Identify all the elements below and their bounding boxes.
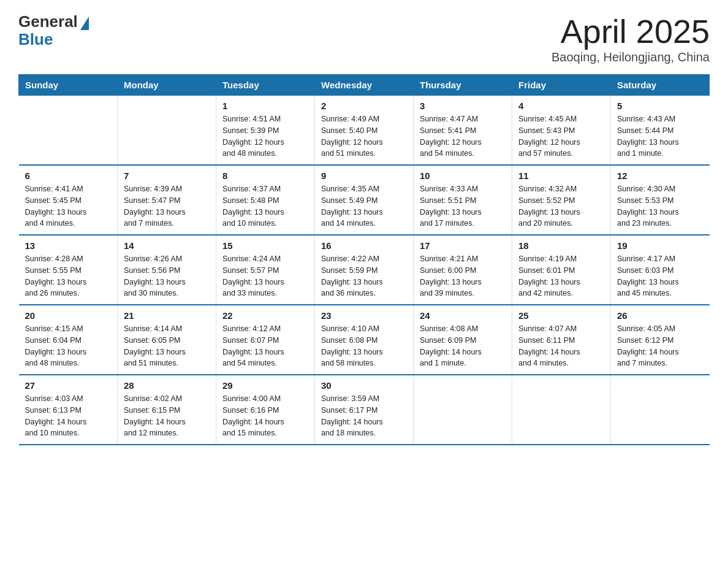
- logo-general-text: General: [18, 12, 78, 31]
- day-info: Sunrise: 4:32 AMSunset: 5:52 PMDaylight:…: [518, 183, 604, 229]
- calendar-cell: 25Sunrise: 4:07 AMSunset: 6:11 PMDayligh…: [512, 305, 611, 375]
- calendar-cell: [118, 96, 216, 166]
- day-number: 2: [321, 101, 407, 111]
- calendar-cell: 3Sunrise: 4:47 AMSunset: 5:41 PMDaylight…: [414, 96, 512, 166]
- calendar-cell: 9Sunrise: 4:35 AMSunset: 5:49 PMDaylight…: [315, 165, 414, 235]
- calendar-header: SundayMondayTuesdayWednesdayThursdayFrid…: [19, 75, 710, 96]
- day-info: Sunrise: 4:12 AMSunset: 6:07 PMDaylight:…: [222, 323, 308, 369]
- calendar-cell: 28Sunrise: 4:02 AMSunset: 6:15 PMDayligh…: [118, 375, 216, 445]
- logo-blue-text: Blue: [18, 30, 53, 49]
- day-info: Sunrise: 4:00 AMSunset: 6:16 PMDaylight:…: [222, 393, 308, 439]
- week-row: 20Sunrise: 4:15 AMSunset: 6:04 PMDayligh…: [19, 305, 710, 375]
- page-title: April 2025: [552, 12, 710, 50]
- week-row: 27Sunrise: 4:03 AMSunset: 6:13 PMDayligh…: [19, 375, 710, 445]
- calendar-cell: 1Sunrise: 4:51 AMSunset: 5:39 PMDaylight…: [216, 96, 315, 166]
- day-info: Sunrise: 3:59 AMSunset: 6:17 PMDaylight:…: [321, 393, 407, 439]
- day-number: 24: [420, 310, 506, 321]
- logo-triangle-icon: [80, 17, 89, 30]
- day-info: Sunrise: 4:15 AMSunset: 6:04 PMDaylight:…: [25, 323, 112, 369]
- week-row: 13Sunrise: 4:28 AMSunset: 5:55 PMDayligh…: [19, 235, 710, 305]
- day-number: 22: [222, 310, 308, 321]
- day-number: 25: [518, 310, 604, 321]
- calendar-cell: 20Sunrise: 4:15 AMSunset: 6:04 PMDayligh…: [19, 305, 118, 375]
- calendar-cell: 14Sunrise: 4:26 AMSunset: 5:56 PMDayligh…: [118, 235, 216, 305]
- header-day-tuesday: Tuesday: [216, 75, 315, 96]
- week-row: 6Sunrise: 4:41 AMSunset: 5:45 PMDaylight…: [19, 165, 710, 235]
- week-row: 1Sunrise: 4:51 AMSunset: 5:39 PMDaylight…: [19, 96, 710, 166]
- day-number: 3: [420, 101, 506, 111]
- day-number: 13: [25, 240, 112, 251]
- day-info: Sunrise: 4:24 AMSunset: 5:57 PMDaylight:…: [222, 253, 308, 299]
- day-info: Sunrise: 4:14 AMSunset: 6:05 PMDaylight:…: [124, 323, 210, 369]
- calendar-body: 1Sunrise: 4:51 AMSunset: 5:39 PMDaylight…: [19, 96, 710, 445]
- day-info: Sunrise: 4:51 AMSunset: 5:39 PMDaylight:…: [222, 113, 308, 159]
- calendar-cell: 19Sunrise: 4:17 AMSunset: 6:03 PMDayligh…: [611, 235, 710, 305]
- day-info: Sunrise: 4:49 AMSunset: 5:40 PMDaylight:…: [321, 113, 407, 159]
- header-day-thursday: Thursday: [414, 75, 512, 96]
- calendar-cell: 11Sunrise: 4:32 AMSunset: 5:52 PMDayligh…: [512, 165, 611, 235]
- day-info: Sunrise: 4:45 AMSunset: 5:43 PMDaylight:…: [518, 113, 604, 159]
- header-row: SundayMondayTuesdayWednesdayThursdayFrid…: [19, 75, 710, 96]
- calendar-cell: 5Sunrise: 4:43 AMSunset: 5:44 PMDaylight…: [611, 96, 710, 166]
- calendar-cell: 23Sunrise: 4:10 AMSunset: 6:08 PMDayligh…: [315, 305, 414, 375]
- day-number: 23: [321, 310, 407, 321]
- day-info: Sunrise: 4:21 AMSunset: 6:00 PMDaylight:…: [420, 253, 506, 299]
- calendar-cell: 18Sunrise: 4:19 AMSunset: 6:01 PMDayligh…: [512, 235, 611, 305]
- calendar-cell: [611, 375, 710, 445]
- calendar-cell: 15Sunrise: 4:24 AMSunset: 5:57 PMDayligh…: [216, 235, 315, 305]
- day-number: 1: [222, 101, 308, 111]
- day-info: Sunrise: 4:19 AMSunset: 6:01 PMDaylight:…: [518, 253, 604, 299]
- day-number: 30: [321, 380, 407, 391]
- calendar-cell: 29Sunrise: 4:00 AMSunset: 6:16 PMDayligh…: [216, 375, 315, 445]
- day-info: Sunrise: 4:03 AMSunset: 6:13 PMDaylight:…: [25, 393, 112, 439]
- calendar-cell: 24Sunrise: 4:08 AMSunset: 6:09 PMDayligh…: [414, 305, 512, 375]
- day-number: 9: [321, 170, 407, 181]
- page-subtitle: Baoqing, Heilongjiang, China: [552, 50, 710, 64]
- calendar-cell: 10Sunrise: 4:33 AMSunset: 5:51 PMDayligh…: [414, 165, 512, 235]
- calendar-cell: 26Sunrise: 4:05 AMSunset: 6:12 PMDayligh…: [611, 305, 710, 375]
- day-number: 20: [25, 310, 112, 321]
- day-info: Sunrise: 4:22 AMSunset: 5:59 PMDaylight:…: [321, 253, 407, 299]
- day-info: Sunrise: 4:08 AMSunset: 6:09 PMDaylight:…: [420, 323, 506, 369]
- day-number: 28: [124, 380, 210, 391]
- page-header: General Blue April 2025 Baoqing, Heilong…: [18, 12, 710, 64]
- calendar-cell: 22Sunrise: 4:12 AMSunset: 6:07 PMDayligh…: [216, 305, 315, 375]
- day-number: 14: [124, 240, 210, 251]
- day-info: Sunrise: 4:02 AMSunset: 6:15 PMDaylight:…: [124, 393, 210, 439]
- calendar-table: SundayMondayTuesdayWednesdayThursdayFrid…: [18, 74, 710, 445]
- logo: General Blue: [18, 12, 89, 49]
- day-number: 27: [25, 380, 112, 391]
- day-number: 18: [518, 240, 604, 251]
- calendar-cell: [19, 96, 118, 166]
- day-info: Sunrise: 4:10 AMSunset: 6:08 PMDaylight:…: [321, 323, 407, 369]
- day-number: 29: [222, 380, 308, 391]
- calendar-cell: 21Sunrise: 4:14 AMSunset: 6:05 PMDayligh…: [118, 305, 216, 375]
- day-number: 19: [617, 240, 703, 251]
- day-info: Sunrise: 4:41 AMSunset: 5:45 PMDaylight:…: [25, 183, 112, 229]
- day-number: 12: [617, 170, 703, 181]
- day-number: 10: [420, 170, 506, 181]
- day-info: Sunrise: 4:30 AMSunset: 5:53 PMDaylight:…: [617, 183, 703, 229]
- calendar-cell: 2Sunrise: 4:49 AMSunset: 5:40 PMDaylight…: [315, 96, 414, 166]
- day-number: 11: [518, 170, 604, 181]
- day-number: 8: [222, 170, 308, 181]
- day-info: Sunrise: 4:43 AMSunset: 5:44 PMDaylight:…: [617, 113, 703, 159]
- calendar-cell: 30Sunrise: 3:59 AMSunset: 6:17 PMDayligh…: [315, 375, 414, 445]
- day-info: Sunrise: 4:26 AMSunset: 5:56 PMDaylight:…: [124, 253, 210, 299]
- calendar-cell: 12Sunrise: 4:30 AMSunset: 5:53 PMDayligh…: [611, 165, 710, 235]
- calendar-cell: 8Sunrise: 4:37 AMSunset: 5:48 PMDaylight…: [216, 165, 315, 235]
- day-number: 26: [617, 310, 703, 321]
- day-info: Sunrise: 4:07 AMSunset: 6:11 PMDaylight:…: [518, 323, 604, 369]
- calendar-cell: 7Sunrise: 4:39 AMSunset: 5:47 PMDaylight…: [118, 165, 216, 235]
- calendar-cell: [512, 375, 611, 445]
- calendar-cell: 6Sunrise: 4:41 AMSunset: 5:45 PMDaylight…: [19, 165, 118, 235]
- day-number: 7: [124, 170, 210, 181]
- day-info: Sunrise: 4:39 AMSunset: 5:47 PMDaylight:…: [124, 183, 210, 229]
- day-info: Sunrise: 4:28 AMSunset: 5:55 PMDaylight:…: [25, 253, 112, 299]
- day-info: Sunrise: 4:33 AMSunset: 5:51 PMDaylight:…: [420, 183, 506, 229]
- header-day-wednesday: Wednesday: [315, 75, 414, 96]
- day-number: 16: [321, 240, 407, 251]
- header-day-sunday: Sunday: [19, 75, 118, 96]
- day-number: 15: [222, 240, 308, 251]
- day-number: 5: [617, 101, 703, 111]
